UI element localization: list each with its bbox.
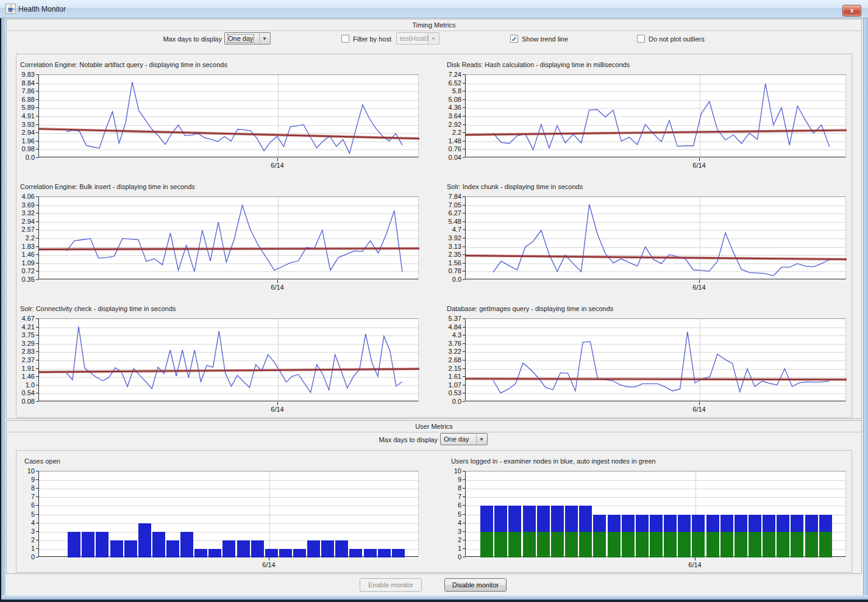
y-tick-label: 2.15 [436,365,461,372]
y-tick-mark [36,83,38,84]
y-tick-mark [36,471,38,471]
y-tick-label: 8.84 [9,79,35,87]
y-tick-mark [463,401,465,402]
y-tick-label: 0.53 [436,389,461,396]
chart-plot-t0 [38,74,419,157]
bar-segment [791,515,803,532]
y-tick-mark [36,205,38,206]
y-tick-mark [463,488,465,489]
no-outliers-label: Do not plot outliers [649,35,705,43]
x-tick-mark [699,280,700,283]
bar-segment [551,532,564,557]
gridline [466,480,845,481]
y-tick-label: 4.91 [9,112,35,120]
y-tick-mark [463,514,465,515]
y-tick-label: 0.0 [436,276,461,283]
bar-segment [565,506,578,531]
y-tick-mark [36,213,38,213]
user-max-days-combo[interactable]: One day ▼ [440,433,488,445]
bar-segment [777,515,789,532]
y-tick-label: 7 [436,493,461,500]
disable-monitor-button[interactable]: Disable monitor [444,578,507,592]
y-tick-mark [463,279,465,280]
x-tick-label: 6/14 [265,162,290,169]
filter-by-host-checkbox[interactable] [341,35,349,43]
y-tick-mark [463,393,465,393]
y-tick-mark [36,514,38,515]
y-tick-label: 0 [436,553,461,561]
y-tick-mark [463,471,465,471]
y-tick-label: 5.37 [436,315,461,322]
chart-plot-t5 [465,318,846,401]
chart-plot-t3 [465,196,846,279]
y-tick-label: 0.0 [436,398,461,405]
y-tick-mark [463,221,465,222]
y-tick-mark [463,351,465,352]
enable-monitor-button[interactable]: Enable monitor [360,578,422,592]
y-tick-mark [463,368,465,369]
y-tick-label: 5 [436,511,461,518]
y-tick-label: 1.46 [9,373,35,380]
y-tick-label: 3.75 [9,331,35,339]
bar-segment [96,532,108,557]
timing-max-days-combo[interactable]: One day ▼ [224,32,271,45]
bar-segment [664,532,677,557]
y-tick-mark [463,229,465,230]
bar-segment [537,506,550,531]
title-bar[interactable]: Health Monitor x [0,0,868,18]
y-tick-mark [463,540,465,540]
x-tick-mark [269,557,269,561]
bar-segment [735,532,747,557]
bar-segment [551,506,564,531]
host-combo[interactable]: testHost0 ▼ [396,32,439,45]
y-tick-mark [36,246,38,247]
bar-segment [152,532,165,557]
y-tick-mark [463,479,465,480]
y-tick-label: 3.92 [436,234,461,242]
y-tick-mark [36,496,38,497]
bar-segment [208,549,221,557]
chart-title: Users logged in - examiner nodes in blue… [451,457,656,465]
chart-plot-t4 [38,318,419,401]
y-tick-label: 4.06 [9,193,35,200]
x-tick-mark [277,280,278,283]
y-tick-mark [36,74,38,75]
chevron-down-icon[interactable]: ▼ [476,434,486,444]
y-tick-label: 3.76 [436,340,461,347]
y-tick-mark [463,149,465,149]
y-tick-mark [463,271,465,271]
close-button[interactable]: x [842,5,861,16]
bar-segment [692,532,705,557]
y-tick-mark [463,360,465,360]
y-tick-mark [36,540,38,540]
y-tick-mark [36,488,38,489]
y-tick-label: 4 [436,519,461,526]
y-tick-label: 2.37 [9,356,35,364]
y-tick-mark [36,505,38,506]
y-tick-mark [463,213,465,213]
bar-segment [636,515,649,532]
y-tick-mark [36,531,38,532]
y-tick-label: 4.84 [436,323,461,331]
y-tick-label: 9 [436,476,461,483]
line-series [466,319,847,402]
chevron-down-icon[interactable]: ▼ [259,34,269,43]
show-trend-line-checkbox[interactable]: ✓ [510,35,518,43]
bar-segment [523,532,536,557]
bar-segment [194,549,207,557]
y-tick-mark [463,523,465,523]
bar-segment [579,532,592,557]
y-tick-mark [36,360,38,360]
chart-plot-t2 [38,196,419,279]
chart-title: Solr: Connectivity check - displaying ti… [20,305,176,312]
bar-segment [805,532,818,557]
bar-segment [537,532,550,557]
no-outliers-checkbox[interactable] [637,35,645,43]
bar-segment [279,549,292,557]
bar-segment [720,515,733,532]
bar-segment [494,532,507,557]
bar-segment [692,515,705,532]
show-trend-line-label: Show trend line [522,35,568,43]
y-tick-label: 3.64 [436,112,461,120]
y-tick-label: 1.91 [9,365,35,372]
